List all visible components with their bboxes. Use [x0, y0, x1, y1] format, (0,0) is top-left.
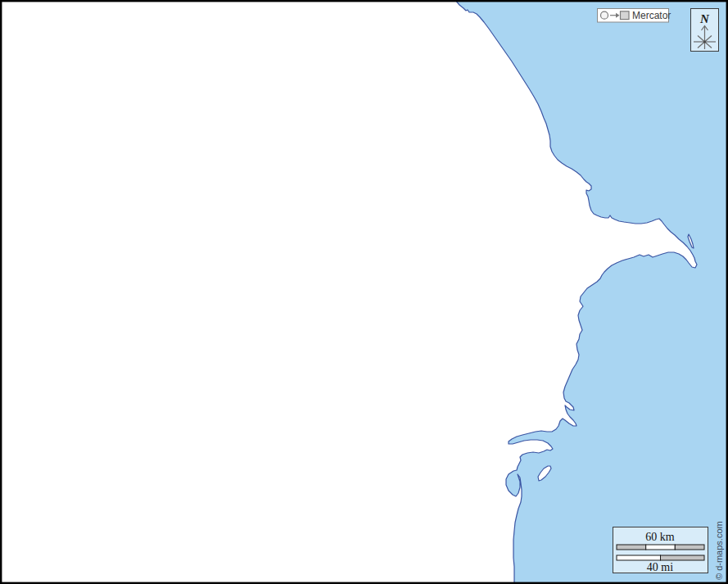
scale-box: 60 km 40 mi: [613, 527, 708, 574]
km-scale-label: 60 km: [645, 531, 675, 543]
flat-square-icon: [621, 11, 630, 20]
compass-box: N: [691, 9, 719, 52]
globe-circle-icon: [601, 11, 608, 19]
map-canvas: Mercator N 60 km 40 mi © d-maps.com: [0, 0, 728, 584]
km-scale-bar: [617, 545, 704, 550]
copyright-text: © d-maps.com: [714, 521, 724, 580]
projection-label: Mercator: [632, 10, 671, 21]
mi-scale-bar: [617, 555, 704, 560]
north-label: N: [699, 12, 710, 25]
projection-badge: Mercator: [598, 9, 671, 23]
mi-scale-label: 40 mi: [647, 561, 673, 573]
